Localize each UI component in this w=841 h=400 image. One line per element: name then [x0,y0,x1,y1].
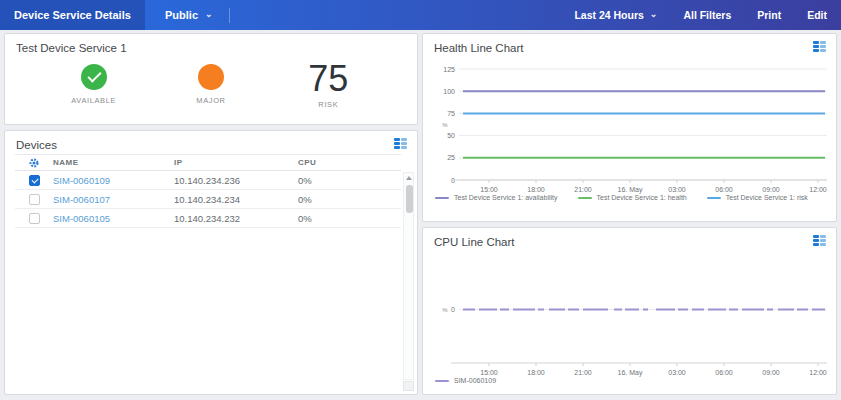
health-chart-legend: Test Device Service 1: availabilityTest … [435,194,808,201]
chevron-down-icon: ⌄ [205,9,213,19]
legend-series-dash [578,197,592,199]
x-tick-label: 12:00 [809,369,827,376]
risk-label: RISK [318,100,338,109]
x-tick-label: 12:00 [809,186,827,193]
time-range-dropdown[interactable]: Last 24 Hours ⌄ [574,9,657,21]
devices-table-header: NAME IP CPU [15,154,401,171]
all-filters-button[interactable]: All Filters [683,9,731,21]
service-panel-title: Test Device Service 1 [16,42,127,54]
header-main: Public ⌄ Last 24 Hours ⌄ All Filters Pri… [145,0,841,30]
table-row[interactable]: SIM-0060105 10.140.234.232 0% [15,209,401,228]
legend-series-label: Test Device Service 1: availability [454,194,558,201]
availability-ok-icon [81,64,107,90]
health-major-icon [198,64,224,90]
panel-layout-grid-icon[interactable] [394,138,409,151]
device-checkbox[interactable] [29,175,40,186]
settings-column[interactable] [15,158,53,168]
y-tick-label: 100 [443,88,455,95]
device-ip: 10.140.234.236 [174,175,298,186]
legend-item[interactable]: Test Device Service 1: availability [435,194,558,201]
legend-series-dash [435,197,449,199]
y-tick-label: 125 [443,66,455,73]
legend-item[interactable]: Test Device Service 1: risk [707,194,808,201]
legend-series-dash [435,380,449,382]
workspace-dropdown[interactable]: Public ⌄ [165,9,213,21]
device-cpu: 0% [298,213,401,224]
y-tick-label: 0 [451,306,455,313]
x-tick-label: 09:00 [762,369,780,376]
risk-value: 75 [308,64,348,94]
table-scrollbar[interactable] [403,172,414,380]
table-row[interactable]: SIM-0060109 10.140.234.236 0% [15,171,401,190]
risk-status: 75 RISK [270,64,387,109]
x-tick-label: 09:00 [762,186,780,193]
x-tick-label: 06:00 [715,369,733,376]
header-actions: Last 24 Hours ⌄ All Filters Print Edit [574,9,841,21]
table-row[interactable]: SIM-0060107 10.140.234.234 0% [15,190,401,209]
health-label: MAJOR [196,96,225,105]
column-header-cpu[interactable]: CPU [298,158,401,167]
cpu-chart-legend: SIM-0060109 [435,377,496,384]
status-row: AVAILABLE MAJOR 75 RISK [35,64,387,109]
x-tick-label: 16. May [618,369,643,377]
legend-series-dash [707,197,721,199]
device-name-link[interactable]: SIM-0060105 [53,213,174,224]
scrollbar-up-arrow-icon[interactable] [406,176,412,180]
x-tick-label: 03:00 [668,186,686,193]
device-name-link[interactable]: SIM-0060107 [53,194,174,205]
devices-panel: Devices NAME IP CPU SIM-0060109 10.140.2… [4,130,418,395]
legend-series-label: Test Device Service 1: health [597,194,687,201]
header-divider [229,8,230,23]
edit-button[interactable]: Edit [807,9,827,21]
legend-series-label: Test Device Service 1: risk [726,194,808,201]
x-tick-label: 15:00 [480,186,498,193]
device-ip: 10.140.234.232 [174,213,298,224]
x-tick-label: 16. May [618,186,643,194]
device-checkbox[interactable] [29,213,40,224]
legend-item[interactable]: Test Device Service 1: health [578,194,687,201]
x-tick-label: 18:00 [527,369,545,376]
legend-series-label: SIM-0060109 [454,377,496,384]
workspace-label: Public [165,9,198,21]
column-header-ip[interactable]: IP [174,158,298,167]
cpu-line-chart-panel: CPU Line Chart 0%15:0018:0021:0016. May0… [422,227,837,395]
chevron-down-icon: ⌄ [650,9,658,19]
top-navigation-bar: Device Service Details Public ⌄ Last 24 … [0,0,841,30]
device-name-link[interactable]: SIM-0060109 [53,175,174,186]
y-tick-label: 75 [447,110,455,117]
device-ip: 10.140.234.234 [174,194,298,205]
device-cpu: 0% [298,175,401,186]
service-status-panel: Test Device Service 1 AVAILABLE MAJOR 75… [4,33,418,125]
availability-label: AVAILABLE [71,96,116,105]
page-title: Device Service Details [0,0,145,30]
x-tick-label: 21:00 [574,369,592,376]
y-axis-unit-label: % [442,122,448,128]
x-tick-label: 18:00 [527,186,545,193]
device-cpu: 0% [298,194,401,205]
scrollbar-thumb[interactable] [406,185,413,213]
x-tick-label: 03:00 [668,369,686,376]
availability-status: AVAILABLE [35,64,152,109]
print-button[interactable]: Print [757,9,781,21]
y-tick-label: 50 [447,132,455,139]
devices-table: NAME IP CPU SIM-0060109 10.140.234.236 0… [15,154,401,228]
time-range-label: Last 24 Hours [574,9,643,21]
y-axis-unit-label: % [442,307,448,313]
x-tick-label: 15:00 [480,369,498,376]
scrollbar-corner [403,381,414,391]
gear-icon [29,158,39,168]
x-tick-label: 21:00 [574,186,592,193]
devices-panel-title: Devices [16,139,57,151]
y-tick-label: 25 [447,154,455,161]
health-status: MAJOR [152,64,269,109]
device-checkbox[interactable] [29,194,40,205]
x-tick-label: 06:00 [715,186,733,193]
column-header-name[interactable]: NAME [53,158,174,167]
legend-item[interactable]: SIM-0060109 [435,377,496,384]
cpu-chart-canvas: 0%15:0018:0021:0016. May03:0006:0009:001… [423,228,838,396]
health-line-chart-panel: Health Line Chart 0255075100125%15:0018:… [422,33,837,222]
